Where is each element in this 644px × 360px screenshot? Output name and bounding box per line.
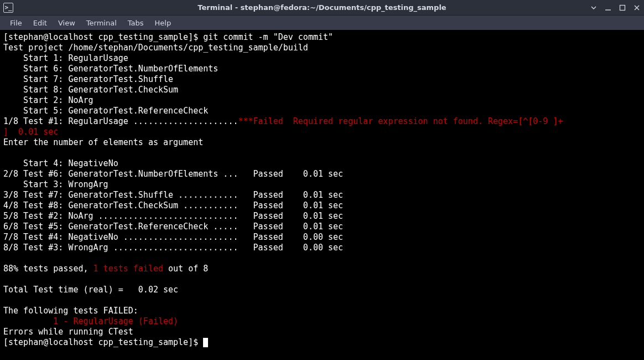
menubar: File Edit View Terminal Tabs Help <box>0 16 644 30</box>
output-line: Total Test time (real) = 0.02 sec <box>3 285 178 295</box>
output-line: Start 5: GeneratorTest.ReferenceCheck <box>3 106 208 116</box>
test-failed-text: ] 0.01 sec <box>3 127 58 137</box>
output-line: 88% tests passed, <box>3 264 94 274</box>
titlebar-left: >_ <box>3 3 13 13</box>
output-line: 8/8 Test #3: WrongArg ..................… <box>3 243 343 253</box>
titlebar-controls <box>590 4 641 12</box>
output-line: Start 2: NoArg <box>3 95 94 105</box>
terminal-app-icon: >_ <box>3 3 13 13</box>
menu-help[interactable]: Help <box>150 17 176 29</box>
minimize-button[interactable] <box>604 4 612 12</box>
terminal-cursor <box>203 338 208 347</box>
menu-tabs[interactable]: Tabs <box>123 17 148 29</box>
menu-view[interactable]: View <box>54 17 80 29</box>
output-line: 3/8 Test #7: GeneratorTest.Shuffle .....… <box>3 190 343 200</box>
tests-failed-count: 1 tests failed <box>94 264 163 274</box>
output-line: 6/8 Test #5: GeneratorTest.ReferenceChec… <box>3 222 343 232</box>
prompt-line: [stephan@localhost cpp_testing_sample]$ <box>3 337 203 347</box>
window-menu-button[interactable] <box>590 4 598 12</box>
output-line: Start 8: GeneratorTest.CheckSum <box>3 85 178 95</box>
maximize-button[interactable] <box>619 4 626 12</box>
menu-file[interactable]: File <box>6 17 27 29</box>
output-line: Start 6: GeneratorTest.NumberOfElements <box>3 64 218 74</box>
output-line: Test project /home/stephan/Documents/cpp… <box>3 43 308 53</box>
output-line: Start 7: GeneratorTest.Shuffle <box>3 74 173 84</box>
output-line: Start 4: NegativeNo <box>3 158 118 168</box>
svg-rect-1 <box>620 5 625 10</box>
prompt-line: [stephan@localhost cpp_testing_sample]$ … <box>3 32 333 42</box>
output-line: 1/8 Test #1: RegularUsage ..............… <box>3 116 238 126</box>
test-failed-text: ***Failed Required regular expression no… <box>238 116 563 126</box>
output-line: 4/8 Test #8: GeneratorTest.CheckSum ....… <box>3 200 343 210</box>
output-line: 2/8 Test #6: GeneratorTest.NumberOfEleme… <box>3 169 343 179</box>
window-title: Terminal - stephan@fedora:~/Documents/cp… <box>198 3 446 12</box>
output-line: 7/8 Test #4: NegativeNo ................… <box>3 232 343 242</box>
output-line: Errors while running CTest <box>3 327 133 337</box>
menu-edit[interactable]: Edit <box>29 17 51 29</box>
close-button[interactable] <box>633 4 641 12</box>
menu-terminal[interactable]: Terminal <box>82 17 121 29</box>
output-line: Start 3: WrongArg <box>3 179 108 189</box>
output-line: Enter the number of elements as argument <box>3 137 203 147</box>
terminal-output[interactable]: [stephan@localhost cpp_testing_sample]$ … <box>0 30 644 360</box>
failed-test-item: 1 - RegularUsage (Failed) <box>3 316 178 326</box>
output-line: out of 8 <box>163 264 208 274</box>
output-line: The following tests FAILED: <box>3 306 138 316</box>
window-titlebar: >_ Terminal - stephan@fedora:~/Documents… <box>0 0 644 16</box>
output-line: Start 1: RegularUsage <box>3 53 128 63</box>
output-line: 5/8 Test #2: NoArg .....................… <box>3 211 343 221</box>
